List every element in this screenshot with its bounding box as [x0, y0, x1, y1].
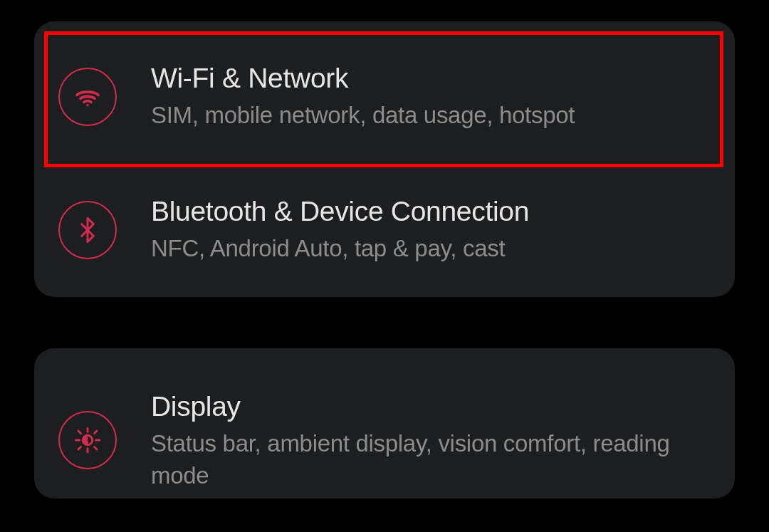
- settings-item-title: Display: [151, 391, 711, 422]
- settings-item-subtitle: Status bar, ambient display, vision comf…: [151, 428, 711, 491]
- settings-item-title: Wi-Fi & Network: [151, 63, 575, 94]
- settings-item-subtitle: SIM, mobile network, data usage, hotspot: [151, 100, 575, 132]
- bluetooth-icon: [58, 201, 117, 259]
- svg-point-0: [86, 104, 88, 106]
- settings-item-subtitle: NFC, Android Auto, tap & pay, cast: [151, 233, 529, 265]
- settings-card-network: Wi-Fi & Network SIM, mobile network, dat…: [34, 21, 735, 297]
- brightness-icon: [58, 411, 117, 469]
- svg-line-5: [95, 447, 98, 450]
- svg-line-8: [78, 447, 81, 450]
- settings-item-wifi-network[interactable]: Wi-Fi & Network SIM, mobile network, dat…: [34, 21, 735, 172]
- wifi-icon: [58, 68, 117, 126]
- settings-item-text: Wi-Fi & Network SIM, mobile network, dat…: [151, 63, 575, 132]
- settings-item-text: Bluetooth & Device Connection NFC, Andro…: [151, 196, 529, 265]
- settings-card-display: Display Status bar, ambient display, vis…: [34, 348, 735, 499]
- settings-item-bluetooth[interactable]: Bluetooth & Device Connection NFC, Andro…: [34, 172, 735, 298]
- svg-line-4: [78, 431, 81, 434]
- settings-item-display[interactable]: Display Status bar, ambient display, vis…: [34, 348, 735, 499]
- svg-line-9: [95, 431, 98, 434]
- settings-item-text: Display Status bar, ambient display, vis…: [151, 391, 711, 491]
- settings-item-title: Bluetooth & Device Connection: [151, 196, 529, 227]
